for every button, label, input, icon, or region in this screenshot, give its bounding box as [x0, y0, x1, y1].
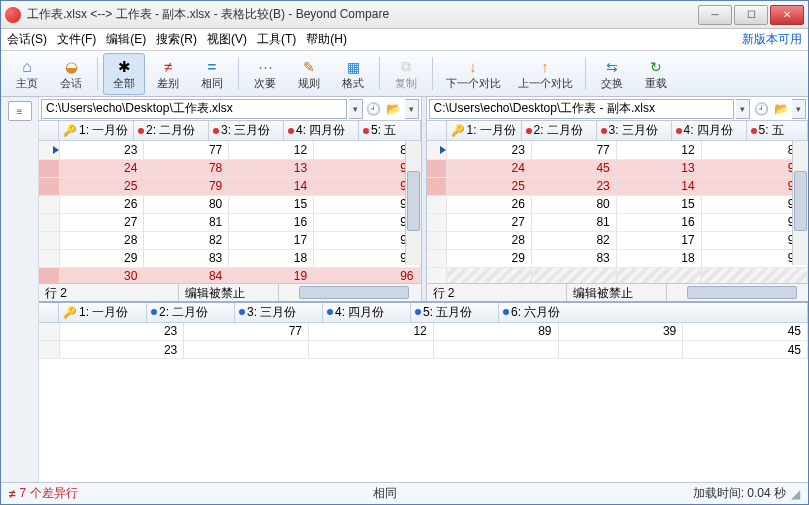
cell[interactable]: 23: [59, 341, 184, 359]
rules-button[interactable]: 规则: [288, 53, 330, 95]
cell[interactable]: 77: [531, 141, 616, 159]
home-button[interactable]: 主页: [6, 53, 48, 95]
cell[interactable]: [531, 267, 616, 283]
cell[interactable]: [309, 341, 434, 359]
cell[interactable]: [616, 267, 701, 283]
cell[interactable]: 84: [144, 267, 229, 283]
cell[interactable]: 27: [59, 213, 144, 231]
cell[interactable]: 13: [229, 159, 314, 177]
cell[interactable]: 82: [144, 231, 229, 249]
cell[interactable]: 12: [309, 323, 434, 341]
table-row[interactable]: 23771289: [427, 141, 808, 159]
left-history-icon[interactable]: 🕘: [365, 100, 383, 118]
cell[interactable]: [184, 341, 309, 359]
right-browse-icon[interactable]: 📂: [772, 100, 790, 118]
table-row[interactable]: 27811693: [427, 213, 808, 231]
cell[interactable]: 25: [447, 177, 532, 195]
cell[interactable]: 80: [531, 195, 616, 213]
copy-button[interactable]: 复制: [385, 53, 427, 95]
cell[interactable]: 83: [144, 249, 229, 267]
cell[interactable]: 14: [229, 177, 314, 195]
table-row[interactable]: 2345: [39, 341, 808, 359]
right-path-dropdown[interactable]: ▾: [736, 99, 750, 119]
table-row[interactable]: 28821794: [39, 231, 420, 249]
cell[interactable]: 14: [616, 177, 701, 195]
cell[interactable]: 81: [144, 213, 229, 231]
merged-col-2[interactable]: 2: 二月份: [147, 303, 235, 322]
resize-grip[interactable]: ◢: [786, 487, 800, 501]
next-diff-button[interactable]: 下一个对比: [438, 53, 508, 95]
merged-col-1[interactable]: 🔑1: 一月份: [59, 303, 147, 322]
cell[interactable]: 79: [144, 177, 229, 195]
table-row[interactable]: [427, 267, 808, 283]
scroll-thumb[interactable]: [299, 286, 409, 299]
overview-icon[interactable]: ≡: [8, 101, 32, 121]
left-browse-icon[interactable]: 📂: [385, 100, 403, 118]
cell[interactable]: 30: [59, 267, 144, 283]
merged-body[interactable]: 2377128939452345: [39, 323, 808, 483]
menu-search[interactable]: 搜索(R): [156, 31, 197, 48]
table-row[interactable]: 26801592: [39, 195, 420, 213]
menu-view[interactable]: 视图(V): [207, 31, 247, 48]
cell[interactable]: [558, 341, 683, 359]
close-button[interactable]: ✕: [770, 5, 804, 25]
minimize-button[interactable]: ─: [698, 5, 732, 25]
cell[interactable]: 26: [447, 195, 532, 213]
cell[interactable]: 12: [616, 141, 701, 159]
prev-diff-button[interactable]: 上一个对比: [510, 53, 580, 95]
table-row[interactable]: 27811693: [39, 213, 420, 231]
menu-session[interactable]: 会话(S): [7, 31, 47, 48]
right-col-2[interactable]: 2: 二月份: [522, 121, 597, 140]
merged-row-head[interactable]: [39, 303, 59, 322]
table-row[interactable]: 29831895: [427, 249, 808, 267]
table-row[interactable]: 23771289: [39, 141, 420, 159]
right-col-3[interactable]: 3: 三月份: [597, 121, 672, 140]
menu-help[interactable]: 帮助(H): [306, 31, 347, 48]
cell[interactable]: 77: [184, 323, 309, 341]
table-row[interactable]: 24781390: [39, 159, 420, 177]
cell[interactable]: 29: [447, 249, 532, 267]
left-col-3[interactable]: 3: 三月份: [209, 121, 284, 140]
right-path-input[interactable]: [429, 99, 735, 119]
maximize-button[interactable]: ☐: [734, 5, 768, 25]
cell[interactable]: 81: [531, 213, 616, 231]
cell[interactable]: 13: [616, 159, 701, 177]
cell[interactable]: 18: [616, 249, 701, 267]
scroll-thumb[interactable]: [794, 171, 807, 231]
merged-col-6[interactable]: 6: 六月份: [499, 303, 808, 322]
cell[interactable]: 17: [229, 231, 314, 249]
cell[interactable]: 27: [447, 213, 532, 231]
left-col-5[interactable]: 5: 五: [359, 121, 421, 140]
table-row[interactable]: 24451390: [427, 159, 808, 177]
diff-button[interactable]: 差别: [147, 53, 189, 95]
menu-tools[interactable]: 工具(T): [257, 31, 296, 48]
merged-col-5[interactable]: 5: 五月份: [411, 303, 499, 322]
merged-col-4[interactable]: 4: 四月份: [323, 303, 411, 322]
new-version-link[interactable]: 新版本可用: [742, 31, 802, 48]
cell[interactable]: 12: [229, 141, 314, 159]
cell[interactable]: 78: [144, 159, 229, 177]
cell[interactable]: 23: [531, 177, 616, 195]
cell[interactable]: 28: [59, 231, 144, 249]
cell[interactable]: 19: [229, 267, 314, 283]
cell[interactable]: 15: [229, 195, 314, 213]
cell[interactable]: 89: [433, 323, 558, 341]
left-col-2[interactable]: 2: 二月份: [134, 121, 209, 140]
cell[interactable]: 24: [59, 159, 144, 177]
table-row[interactable]: 25791491: [39, 177, 420, 195]
cell[interactable]: [701, 267, 807, 283]
table-row[interactable]: 25231491: [427, 177, 808, 195]
cell[interactable]: 45: [683, 341, 808, 359]
swap-button[interactable]: 交换: [591, 53, 633, 95]
cell[interactable]: 77: [144, 141, 229, 159]
cell[interactable]: 23: [59, 323, 184, 341]
cell[interactable]: 39: [558, 323, 683, 341]
cell[interactable]: 45: [531, 159, 616, 177]
table-row[interactable]: 29831895: [39, 249, 420, 267]
left-browse-dropdown[interactable]: ▾: [405, 99, 419, 119]
cell[interactable]: 16: [229, 213, 314, 231]
cell[interactable]: 18: [229, 249, 314, 267]
scroll-thumb[interactable]: [407, 171, 420, 231]
right-col-5[interactable]: 5: 五: [747, 121, 809, 140]
reload-button[interactable]: 重载: [635, 53, 677, 95]
